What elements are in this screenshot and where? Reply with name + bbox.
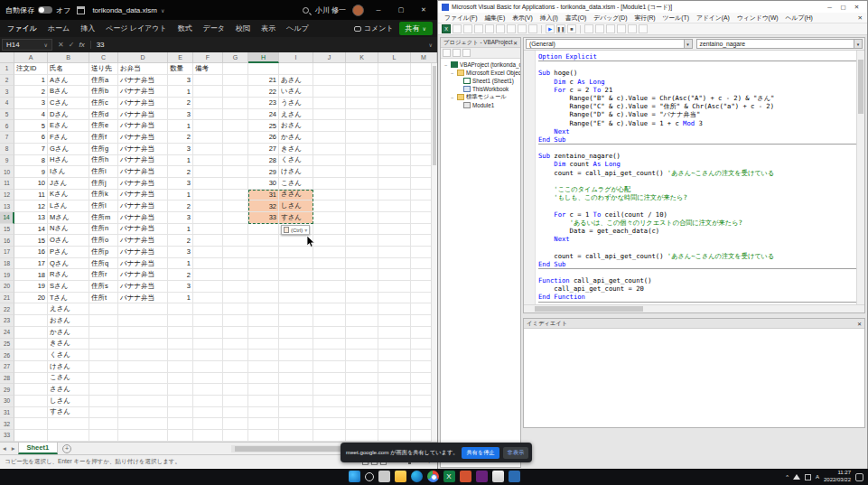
view-code-icon[interactable] [443,49,451,57]
start-icon[interactable] [349,471,360,482]
notification-center-icon[interactable] [855,473,863,481]
toggle-folders-icon[interactable] [462,49,471,57]
cell[interactable] [378,155,411,167]
cell[interactable] [193,98,223,109]
cell[interactable] [223,178,248,190]
menu-item[interactable]: 編集(E) [481,14,509,23]
row-header[interactable]: 22 [0,303,14,315]
cell[interactable] [14,361,48,373]
cell[interactable]: Cさん [48,98,89,109]
cell[interactable] [248,361,279,373]
cell[interactable] [279,281,313,293]
cell[interactable] [346,224,378,236]
cell[interactable]: 24 [248,109,279,121]
menu-item[interactable]: ウィンドウ(W) [733,14,782,23]
cell[interactable]: Dさん [48,109,89,121]
cell[interactable] [223,86,248,98]
title-chevron-icon[interactable]: ∨ [161,7,164,14]
paint-icon[interactable] [492,471,504,482]
row-header[interactable]: 6 [0,120,14,132]
cell[interactable]: 住所a [89,75,118,87]
notepad-icon[interactable] [509,471,520,482]
cell[interactable] [346,269,378,281]
cell[interactable] [193,75,223,87]
find-icon[interactable] [507,24,516,33]
cell[interactable]: 送り先 [89,63,118,75]
cell[interactable]: えさん [279,109,313,121]
row-header[interactable]: 4 [0,98,14,109]
sheet-prev-icon[interactable]: ◂ [0,444,9,452]
cell[interactable] [118,361,168,373]
vba-close-button[interactable]: ✕ [850,2,863,12]
cell[interactable] [346,132,378,144]
cell[interactable] [346,327,378,339]
cell[interactable] [193,350,223,361]
cell[interactable] [118,384,168,396]
cell[interactable] [346,86,378,98]
cell[interactable] [346,190,378,201]
cell[interactable] [313,430,346,442]
menu-item[interactable]: 書式(O) [562,14,590,23]
name-box[interactable]: H14∨ [2,39,52,51]
cell[interactable]: バナナ弁当 [118,293,168,304]
cell[interactable] [313,109,346,121]
cell[interactable]: 2 [168,269,193,281]
project-close-icon[interactable]: ✕ [513,40,518,46]
cell[interactable]: 10 [14,178,48,190]
cell[interactable]: うさん [279,98,313,109]
cell[interactable] [378,315,411,327]
cell[interactable] [346,75,378,87]
column-header[interactable]: H [248,52,279,63]
cell[interactable]: Oさん [48,235,89,247]
cell[interactable]: 18 [14,269,48,281]
tree-item[interactable]: ThisWorkbook [441,85,520,93]
cell[interactable]: 9 [14,166,48,178]
cell[interactable] [89,361,118,373]
cell[interactable] [223,339,248,350]
cell[interactable] [378,258,411,270]
cell[interactable]: Jさん [48,178,89,190]
cell[interactable] [223,327,248,339]
cut-icon[interactable] [474,24,483,33]
cell[interactable] [378,339,411,350]
cell[interactable] [346,109,378,121]
cell[interactable]: Bさん [48,86,89,98]
cell[interactable]: くさん [279,155,313,167]
formula-input[interactable]: 33 [91,41,105,49]
cell[interactable]: 住所o [89,235,118,247]
cell[interactable] [223,224,248,236]
cell[interactable] [168,418,193,430]
cell[interactable] [223,281,248,293]
cell[interactable] [313,155,346,167]
cell[interactable] [313,315,346,327]
cell[interactable]: バナナ弁当 [118,132,168,144]
minimize-button[interactable]: ─ [370,7,387,14]
cell[interactable] [89,350,118,361]
cell[interactable] [313,178,346,190]
cell[interactable] [378,224,411,236]
cell[interactable] [313,235,346,247]
row-header[interactable]: 15 [0,224,14,236]
cell[interactable] [378,235,411,247]
cell[interactable] [168,396,193,407]
row-header[interactable]: 12 [0,190,14,201]
sheet-tab[interactable]: Sheet1 [18,443,59,454]
cell[interactable]: すさん [279,212,313,224]
cell[interactable]: バナナ弁当 [118,155,168,167]
cell[interactable]: 1 [14,75,48,87]
cell[interactable]: バナナ弁当 [118,258,168,270]
cell[interactable]: 3 [168,109,193,121]
cell[interactable] [279,373,313,385]
cell[interactable]: いさん [279,86,313,98]
cell[interactable] [193,86,223,98]
row-header[interactable]: 8 [0,144,14,155]
cell[interactable] [168,303,193,315]
cell[interactable] [346,235,378,247]
row-header[interactable]: 26 [0,350,14,361]
cell[interactable]: バナナ弁当 [118,98,168,109]
undo-icon[interactable] [518,24,527,33]
cell[interactable]: 住所i [89,166,118,178]
comments-button[interactable]: コメント [354,23,394,33]
cell[interactable] [223,247,248,258]
cell[interactable] [168,361,193,373]
